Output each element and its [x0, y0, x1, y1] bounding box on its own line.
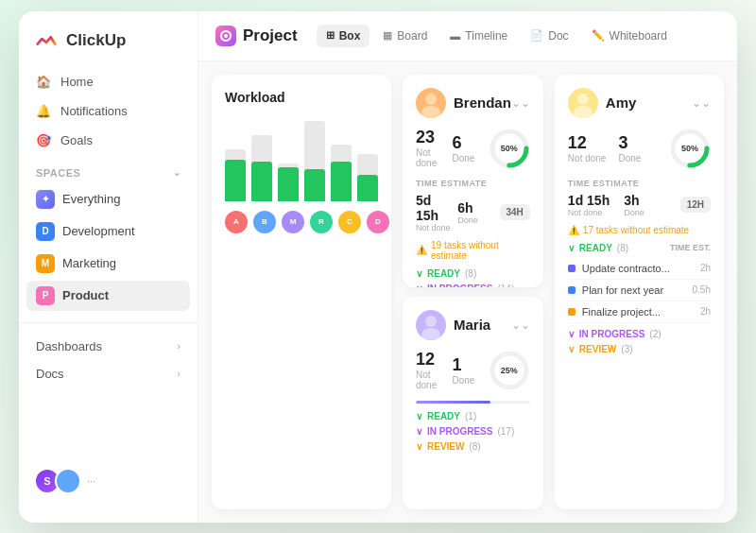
- amy-time-done: 3h Done: [624, 193, 679, 217]
- spaces-section-label: Spaces ⌄: [19, 156, 198, 184]
- task-item-2: Plan for next year 0.5h: [568, 280, 711, 301]
- svg-point-3: [421, 106, 440, 118]
- footer-caret: ···: [87, 475, 95, 487]
- amy-inprogress-count: (2): [649, 329, 661, 339]
- marketing-label: Marketing: [62, 256, 116, 270]
- brendan-not-done-num: 23: [416, 128, 452, 147]
- chart-avatar-4: R: [310, 211, 333, 233]
- brendan-avatar: [416, 88, 446, 118]
- tab-box[interactable]: ⊞ Box: [317, 25, 370, 47]
- page-title: Project: [215, 26, 298, 46]
- amy-review-label: REVIEW: [579, 344, 616, 354]
- chevron-down-inprogress-amy: ∨: [568, 329, 575, 339]
- bar-column-6: [357, 154, 378, 201]
- amy-stats: 12 Not done 3 Done 50%: [568, 128, 711, 169]
- amy-ready-count: (8): [617, 243, 628, 253]
- box-icon: ⊞: [326, 29, 335, 42]
- svg-point-2: [425, 94, 437, 105]
- whiteboard-icon: ✏️: [592, 29, 605, 42]
- expand-icon-amy[interactable]: ⌄⌄: [692, 96, 711, 110]
- spaces-list: ✦ Everything D Development M Marketing P…: [19, 184, 198, 313]
- chevron-down-review-amy: ∨: [568, 344, 575, 354]
- amy-done: 3 Done: [618, 133, 669, 163]
- bar-column-2: [251, 135, 272, 201]
- avatar-stack: S: [34, 468, 81, 494]
- task-name-3: Finalize project...: [582, 306, 693, 318]
- tab-board[interactable]: ▦ Board: [373, 25, 437, 47]
- chevron-right-icon: ›: [177, 340, 180, 352]
- product-label: Product: [62, 288, 109, 302]
- bar-column-3: [278, 163, 299, 201]
- maria-review-toggle[interactable]: ∨ REVIEW (8): [416, 441, 530, 452]
- expand-icon-brendan[interactable]: ⌄⌄: [511, 96, 530, 110]
- task-dot-1: [568, 265, 576, 272]
- maria-percent: 25%: [501, 366, 518, 375]
- brendan-time-not-done-lbl: Not done: [416, 223, 457, 232]
- timeline-icon: ▬: [450, 30, 460, 42]
- amy-card: Amy ⌄⌄ 12 Not done 3 Done: [555, 75, 724, 509]
- bar-fill-1: [225, 160, 246, 201]
- maria-review-count: (8): [469, 441, 480, 452]
- amy-donut: 50%: [669, 128, 711, 169]
- brendan-time-row: 5d 15h Not done 6h Done 34H: [416, 193, 530, 232]
- main: Project ⊞ Box ▦ Board ▬ Timeline 📄 Doc: [198, 11, 737, 523]
- expand-icon-maria[interactable]: ⌄⌄: [511, 318, 530, 332]
- bar-2: [251, 135, 272, 201]
- brendan-time-not-done-val: 5d 15h: [416, 193, 457, 223]
- brendan-percent: 50%: [501, 144, 518, 153]
- tab-whiteboard[interactable]: ✏️ Whiteboard: [582, 25, 677, 47]
- maria-inprogress-toggle[interactable]: ∨ IN PROGRESS (17): [416, 426, 530, 437]
- chart-avatars: A B M R C D: [225, 211, 378, 233]
- task-dot-3: [568, 308, 576, 316]
- amy-percent: 50%: [681, 144, 698, 153]
- amy-not-done: 12 Not done: [568, 133, 619, 163]
- sidebar-item-development[interactable]: D Development: [26, 216, 190, 247]
- sidebar-item-docs[interactable]: Docs ›: [19, 360, 198, 387]
- maria-avatar: [416, 310, 446, 340]
- chevron-down-inprogress-maria: ∨: [416, 426, 422, 437]
- maria-name: Maria: [454, 317, 490, 333]
- sidebar-item-everything[interactable]: ✦ Everything: [26, 184, 190, 215]
- bar-4: [304, 121, 325, 201]
- task-name-1: Update contracto...: [582, 263, 693, 274]
- home-label: Home: [60, 75, 94, 89]
- brendan-ready-toggle[interactable]: ∨ READY (8): [416, 268, 530, 279]
- maria-card: Maria ⌄⌄ 12 Not done 1 Done: [403, 297, 543, 509]
- project-icon: [215, 26, 236, 46]
- brendan-time-done-val: 6h: [457, 200, 499, 215]
- maria-donut: 25%: [489, 350, 530, 391]
- notifications-label: Notifications: [60, 104, 128, 118]
- amy-time-badge: 12H: [680, 197, 711, 213]
- goals-icon: 🎯: [36, 133, 51, 147]
- amy-ready-toggle[interactable]: ∨ READY (8) TIME EST.: [568, 243, 711, 253]
- bar-column-4: [304, 121, 325, 201]
- brendan-not-done: 23 Not done: [416, 128, 452, 168]
- sidebar-item-dashboards[interactable]: Dashboards ›: [19, 333, 198, 360]
- bar-chart: [225, 116, 378, 201]
- sidebar-item-product[interactable]: P Product: [26, 281, 190, 311]
- chevron-down-ready-amy: ∨: [568, 243, 575, 253]
- brendan-time-badge: 34H: [500, 204, 530, 220]
- bar-column-1: [225, 149, 246, 201]
- amy-inprogress-toggle[interactable]: ∨ IN PROGRESS (2): [568, 329, 711, 339]
- workload-card: Workload: [212, 75, 391, 509]
- svg-point-7: [421, 328, 440, 340]
- sidebar-item-home[interactable]: 🏠 Home: [26, 68, 190, 95]
- amy-time-done-lbl: Done: [624, 208, 679, 217]
- dashboards-label: Dashboards: [36, 339, 102, 353]
- tab-doc[interactable]: 📄 Doc: [521, 25, 577, 47]
- sidebar-item-goals[interactable]: 🎯 Goals: [26, 127, 190, 154]
- amy-review-toggle[interactable]: ∨ REVIEW (3): [568, 344, 711, 354]
- maria-not-done: 12 Not done: [416, 350, 452, 390]
- sidebar-item-notifications[interactable]: 🔔 Notifications: [26, 97, 190, 125]
- brendan-warning-text: 19 tasks without estimate: [431, 240, 530, 261]
- maria-ready-toggle[interactable]: ∨ READY (1): [416, 411, 530, 421]
- amy-warning: ⚠️ 17 tasks without estimate: [568, 225, 711, 235]
- brendan-inprogress-toggle[interactable]: ∨ IN PROGRESS (14): [416, 284, 530, 287]
- amy-done-label: Done: [618, 153, 669, 163]
- sidebar-item-marketing[interactable]: M Marketing: [26, 249, 190, 279]
- maria-avatar-img: [416, 310, 446, 340]
- maria-info: Maria: [416, 310, 490, 340]
- tab-timeline[interactable]: ▬ Timeline: [440, 25, 517, 47]
- clickup-logo-icon: [34, 28, 59, 53]
